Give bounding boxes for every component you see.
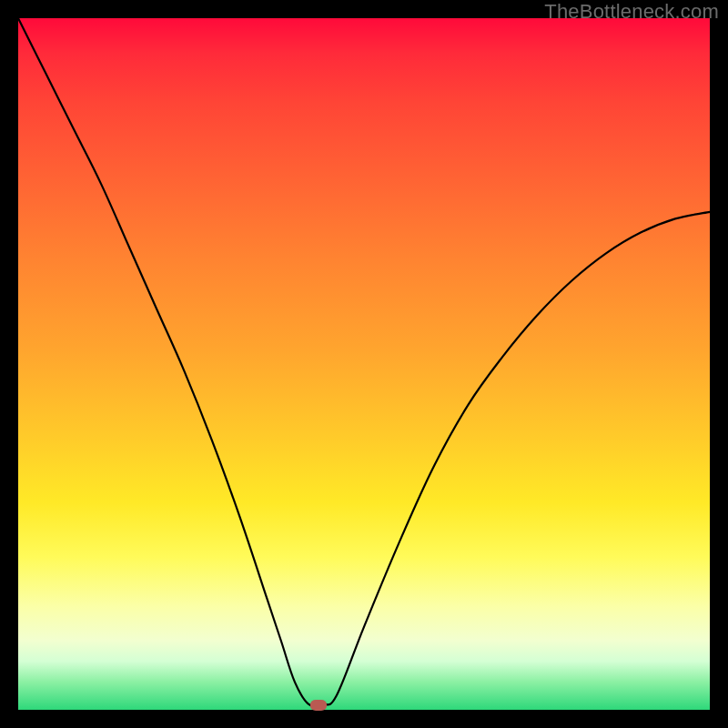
optimum-marker [310, 700, 327, 711]
outer-frame: TheBottleneck.com [0, 0, 728, 728]
plot-area [18, 18, 710, 710]
bottleneck-curve [18, 18, 710, 710]
